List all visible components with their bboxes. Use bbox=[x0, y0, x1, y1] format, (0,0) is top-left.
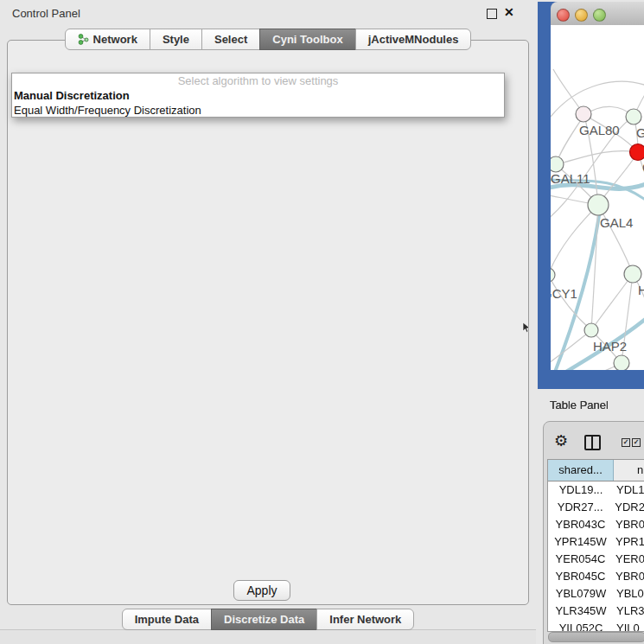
network-node[interactable] bbox=[576, 106, 591, 122]
tab-style-label: Style bbox=[163, 33, 189, 46]
network-node[interactable] bbox=[588, 194, 609, 215]
cell-shared-name[interactable]: YDL19... bbox=[548, 481, 614, 499]
table-row[interactable]: YER054CYER0 bbox=[548, 551, 644, 568]
network-node[interactable] bbox=[614, 355, 629, 370]
network-edge[interactable] bbox=[591, 205, 598, 330]
table-panel-title: Table Panel bbox=[550, 399, 609, 411]
tab-discretize-data[interactable]: Discretize Data bbox=[211, 609, 317, 630]
table-row[interactable]: YDR27...YDR2 bbox=[548, 499, 644, 516]
tab-jactivemnodules-label: jActiveMNodules bbox=[368, 33, 459, 46]
network-node[interactable] bbox=[626, 109, 641, 124]
control-panel-title: Control Panel bbox=[12, 7, 80, 20]
network-edge[interactable] bbox=[556, 151, 638, 164]
cell-shared-name[interactable]: YLR345W bbox=[548, 603, 614, 620]
tab-network-label: Network bbox=[93, 33, 137, 46]
split-columns-icon[interactable] bbox=[584, 435, 601, 450]
cell-shared-name[interactable]: YBL079W bbox=[548, 585, 614, 603]
close-traffic-light-icon[interactable] bbox=[557, 9, 570, 22]
cell-name[interactable]: YER0 bbox=[613, 551, 644, 568]
screen: Control Panel ✕ Network Style bbox=[0, 0, 644, 644]
network-node-label: HAP2 bbox=[593, 339, 627, 354]
tab-discretize-data-label: Discretize Data bbox=[224, 613, 304, 626]
cyni-toolbox-panel bbox=[7, 40, 529, 605]
checkbox-icon[interactable]: ✓ bbox=[622, 438, 630, 447]
zoom-traffic-light-icon[interactable] bbox=[593, 9, 606, 22]
table-row[interactable]: YBR045CYBR0 bbox=[548, 568, 644, 585]
network-icon bbox=[78, 34, 89, 45]
network-node[interactable] bbox=[551, 268, 555, 282]
apply-button[interactable]: Apply bbox=[233, 580, 290, 601]
network-window-titlebar[interactable] bbox=[551, 2, 644, 26]
algorithm-option-manual[interactable]: Manual Discretization bbox=[12, 88, 504, 103]
table-row[interactable]: YLR345WYLR3 bbox=[548, 603, 644, 620]
column-header-name[interactable]: n bbox=[614, 460, 644, 481]
tab-style[interactable]: Style bbox=[150, 29, 202, 50]
network-node-label: GCY1 bbox=[551, 286, 577, 301]
node-table: shared... n YDL19...YDL1YDR27...YDR2YBR0… bbox=[547, 459, 644, 632]
network-canvas[interactable]: GAL80GACGAL11GAL4GCY1HHAP2 bbox=[551, 25, 644, 370]
network-node-label: GAL4 bbox=[600, 215, 633, 230]
cell-name[interactable]: YBL0 bbox=[614, 585, 644, 603]
network-node-label: GAL80 bbox=[579, 123, 620, 137]
cell-shared-name[interactable]: YBR043C bbox=[548, 516, 613, 533]
network-node[interactable] bbox=[551, 156, 564, 172]
tab-infer-network[interactable]: Infer Network bbox=[316, 609, 414, 630]
cyni-mode-tabs: Impute Data Discretize Data Infer Networ… bbox=[0, 609, 536, 630]
cell-name[interactable]: YLR3 bbox=[614, 603, 644, 620]
tab-cyni-toolbox-label: Cyni Toolbox bbox=[272, 33, 342, 46]
network-node[interactable] bbox=[624, 265, 641, 283]
cell-name[interactable]: YIL0 bbox=[614, 620, 644, 632]
algorithm-option-equal-width[interactable]: Equal Width/Frequency Discretization bbox=[12, 103, 504, 118]
cell-name[interactable]: YDL1 bbox=[614, 481, 644, 499]
tab-impute-data-label: Impute Data bbox=[135, 613, 199, 626]
network-node-label: GAL11 bbox=[551, 171, 590, 186]
network-node-label: H bbox=[638, 283, 644, 297]
cell-name[interactable]: YBR0 bbox=[613, 516, 644, 533]
control-panel-tabs: Network Style Select Cyni Toolbox jActiv… bbox=[0, 29, 536, 50]
network-node-label: GA bbox=[636, 125, 644, 140]
float-window-icon[interactable] bbox=[487, 9, 497, 19]
tab-jactivemnodules[interactable]: jActiveMNodules bbox=[355, 29, 472, 50]
tab-cyni-toolbox[interactable]: Cyni Toolbox bbox=[259, 29, 355, 50]
tab-impute-data[interactable]: Impute Data bbox=[122, 609, 212, 630]
tab-infer-network-label: Infer Network bbox=[329, 613, 401, 626]
column-header-shared-name[interactable]: shared... bbox=[548, 460, 614, 481]
checkbox-icon[interactable]: ✓ bbox=[632, 438, 641, 447]
table-row[interactable]: YPR145WYPR1 bbox=[548, 533, 644, 551]
gear-icon[interactable]: ⚙ bbox=[554, 433, 568, 449]
bottom-strip bbox=[0, 629, 536, 644]
node-table-rows: YDL19...YDL1YDR27...YDR2YBR043CYBR0YPR14… bbox=[548, 481, 644, 632]
tab-select-label: Select bbox=[214, 33, 247, 46]
minimize-traffic-light-icon[interactable] bbox=[575, 9, 588, 22]
control-panel: Control Panel ✕ Network Style bbox=[0, 0, 536, 644]
cell-name[interactable]: YPR1 bbox=[613, 533, 644, 551]
table-row[interactable]: YBL079WYBL0 bbox=[548, 585, 644, 603]
table-row[interactable]: YDL19...YDL1 bbox=[548, 481, 644, 499]
network-edge[interactable] bbox=[553, 363, 622, 370]
table-row[interactable]: YIL052CYIL0 bbox=[548, 620, 644, 632]
cell-shared-name[interactable]: YDR27... bbox=[548, 499, 612, 516]
cell-shared-name[interactable]: YPR145W bbox=[548, 533, 613, 551]
cell-shared-name[interactable]: YER054C bbox=[548, 551, 613, 568]
cell-shared-name[interactable]: YIL052C bbox=[548, 620, 614, 632]
network-node[interactable] bbox=[630, 144, 644, 161]
cell-shared-name[interactable]: YBR045C bbox=[548, 568, 613, 585]
node-table-header: shared... n bbox=[548, 460, 644, 481]
mouse-cursor bbox=[522, 322, 531, 334]
table-row[interactable]: YBR043CYBR0 bbox=[548, 516, 644, 533]
control-panel-titlebar: Control Panel ✕ bbox=[0, 0, 536, 26]
network-graph: GAL80GACGAL11GAL4GCY1HHAP2 bbox=[551, 25, 644, 370]
close-icon[interactable]: ✕ bbox=[504, 5, 514, 19]
algorithm-dropdown-prompt: Select algorithm to view settings bbox=[12, 73, 504, 88]
table-horizontal-scrollbar[interactable] bbox=[548, 632, 644, 642]
tab-select[interactable]: Select bbox=[201, 29, 260, 50]
cell-name[interactable]: YDR2 bbox=[612, 499, 644, 516]
tab-network[interactable]: Network bbox=[65, 29, 150, 50]
network-node[interactable] bbox=[584, 323, 598, 337]
algorithm-dropdown-popup: Select algorithm to view settings Manual… bbox=[11, 73, 505, 118]
cell-name[interactable]: YBR0 bbox=[613, 568, 644, 585]
